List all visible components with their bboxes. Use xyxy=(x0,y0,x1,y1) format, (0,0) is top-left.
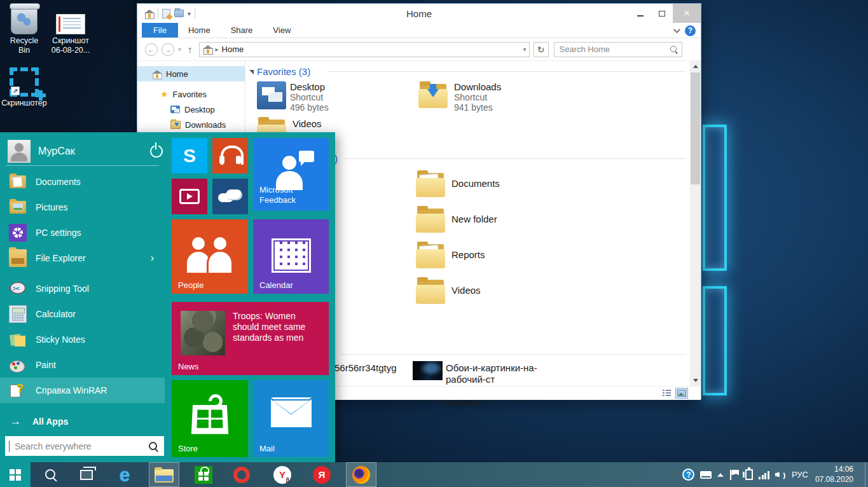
up-button[interactable]: ↑ xyxy=(188,44,193,55)
user-account[interactable]: МурСак xyxy=(8,140,75,163)
group-collapse-icon[interactable] xyxy=(249,70,254,74)
start-item-pictures[interactable]: Pictures xyxy=(0,195,165,220)
taskbar-file-explorer[interactable] xyxy=(149,462,179,487)
file-item-wallpapers[interactable]: Обои-и-картинки-на-рабочий-ст ол-Виндовс… xyxy=(413,361,578,387)
tile-mail[interactable]: Mail xyxy=(253,380,329,457)
file-item-documents[interactable]: Documents xyxy=(416,170,556,201)
show-hidden-icons-chevron[interactable] xyxy=(717,473,724,477)
start-item-calculator[interactable]: Calculator xyxy=(0,301,165,327)
taskbar-yandex-beta[interactable]: Yβ xyxy=(267,462,298,487)
help-tray-icon[interactable]: ? xyxy=(682,469,694,481)
all-apps-button[interactable]: → All Apps xyxy=(10,415,68,428)
file-item-reports[interactable]: Reports xyxy=(416,242,556,272)
documents-folder-icon xyxy=(9,173,27,191)
language-indicator[interactable]: РУС xyxy=(792,470,808,479)
thumbnails-view-button[interactable] xyxy=(675,388,688,399)
task-view-button[interactable] xyxy=(71,462,102,487)
taskbar-yandex[interactable]: Я xyxy=(307,462,337,487)
desktop-icon-recycle-bin[interactable]: Recycle Bin xyxy=(4,5,45,55)
tab-home[interactable]: Home xyxy=(178,23,221,38)
address-bar[interactable]: ▸ Home ▾ xyxy=(199,42,530,57)
screenshoter-icon: ↗ xyxy=(10,67,39,97)
file-item-downloads-shortcut[interactable]: Downloads Shortcut 941 bytes xyxy=(418,81,571,113)
forward-button[interactable]: → xyxy=(162,43,174,56)
task-view-icon xyxy=(80,470,93,480)
start-item-paint[interactable]: Paint xyxy=(0,352,165,378)
desktop-icon-screenshot[interactable]: Скриншот06-08-20... xyxy=(51,14,90,55)
action-center-flag-icon[interactable] xyxy=(729,470,740,480)
maximize-button[interactable] xyxy=(651,4,673,23)
power-button[interactable] xyxy=(149,142,163,156)
start-item-sticky-notes[interactable]: Sticky Notes xyxy=(0,327,165,352)
scrollbar-thumb[interactable] xyxy=(691,72,700,184)
properties-icon[interactable] xyxy=(162,9,170,18)
file-item-videos[interactable]: Videos xyxy=(416,277,556,308)
tile-audio[interactable] xyxy=(212,138,248,174)
star-icon: ★ xyxy=(160,89,169,99)
tile-microsoft-feedback[interactable]: Microsoft Feedback xyxy=(253,138,329,210)
start-search-input[interactable] xyxy=(9,441,149,452)
tab-share[interactable]: Share xyxy=(221,23,263,38)
desktop-icon-screenshoter[interactable]: ↗ Скриншотер xyxy=(0,67,48,108)
details-view-button[interactable] xyxy=(660,388,673,399)
search-icon[interactable] xyxy=(149,442,158,451)
taskbar-store[interactable] xyxy=(188,462,219,487)
refresh-button[interactable]: ↻ xyxy=(534,42,549,57)
clock[interactable]: 14:06 07.08.2020 xyxy=(815,465,853,484)
tile-people[interactable]: People xyxy=(172,219,248,294)
nav-item-desktop[interactable]: Desktop xyxy=(137,102,245,117)
tile-onedrive[interactable] xyxy=(212,179,248,214)
start-item-pc-settings[interactable]: PC settings xyxy=(0,220,165,245)
tile-calendar[interactable]: Calendar xyxy=(253,219,329,294)
new-folder-icon[interactable] xyxy=(174,10,184,17)
file-item-new-folder[interactable]: New folder xyxy=(416,206,556,237)
start-item-snipping-tool[interactable]: Snipping Tool xyxy=(0,276,165,301)
back-button[interactable]: ← xyxy=(145,43,158,56)
close-button[interactable]: × xyxy=(673,4,701,23)
tab-file[interactable]: File xyxy=(142,23,178,38)
group-header[interactable]: Favorites (3) xyxy=(257,66,310,77)
screenshot-thumbnail-icon xyxy=(56,14,85,34)
start-button[interactable] xyxy=(0,462,31,487)
search-icon[interactable] xyxy=(670,46,679,54)
breadcrumb[interactable]: Home xyxy=(222,45,244,54)
videos-folder-icon xyxy=(416,277,445,305)
file-item-text[interactable]: 56r56rr34tgtyg xyxy=(334,362,397,373)
nav-item-favorites[interactable]: ★ Favorites xyxy=(137,86,245,102)
scroll-up-button[interactable] xyxy=(690,61,701,72)
search-input[interactable] xyxy=(555,43,682,57)
scroll-down-button[interactable] xyxy=(690,375,701,386)
tile-video[interactable] xyxy=(172,179,207,214)
battery-icon[interactable] xyxy=(745,469,753,480)
address-dropdown-icon[interactable]: ▾ xyxy=(523,46,527,53)
show-desktop-button[interactable] xyxy=(865,462,868,487)
start-item-documents[interactable]: Documents xyxy=(0,169,165,195)
wallpaper-window-pane xyxy=(703,286,727,395)
file-item-desktop-shortcut[interactable]: Desktop Shortcut 496 bytes xyxy=(257,81,410,113)
nav-item-downloads[interactable]: Downloads xyxy=(137,117,245,132)
home-icon[interactable] xyxy=(145,10,154,18)
taskbar-firefox[interactable] xyxy=(346,462,376,487)
help-icon[interactable]: ? xyxy=(685,25,696,36)
tile-skype[interactable]: S xyxy=(172,138,207,174)
start-item-file-explorer[interactable]: File Explorer › xyxy=(0,245,165,271)
network-signal-icon[interactable] xyxy=(759,470,769,479)
tab-view[interactable]: View xyxy=(263,23,301,38)
taskbar-opera[interactable] xyxy=(226,462,257,487)
recent-locations-dropdown-icon[interactable]: ▾ xyxy=(178,46,181,53)
ribbon-collapse-icon[interactable] xyxy=(673,26,680,33)
vertical-scrollbar[interactable] xyxy=(690,61,701,386)
minimize-button[interactable] xyxy=(630,4,651,23)
keyboard-tray-icon[interactable] xyxy=(700,471,712,479)
start-item-winrar-help[interactable]: Справка WinRAR xyxy=(0,378,165,403)
icon-label: Recycle Bin xyxy=(4,36,45,55)
tile-news[interactable]: Troops: Women should meet same standards… xyxy=(172,302,329,375)
yandex-browser-beta-icon: Yβ xyxy=(273,466,291,484)
volume-icon[interactable] xyxy=(775,470,786,479)
taskbar-search-button[interactable] xyxy=(36,462,66,487)
taskbar-internet-explorer[interactable]: e xyxy=(109,462,140,487)
customize-toolbar-dropdown-icon[interactable]: ▾ xyxy=(188,10,191,17)
nav-item-home[interactable]: Home xyxy=(137,66,245,81)
tile-store[interactable]: Store xyxy=(172,380,248,457)
headphones-icon xyxy=(219,146,241,165)
